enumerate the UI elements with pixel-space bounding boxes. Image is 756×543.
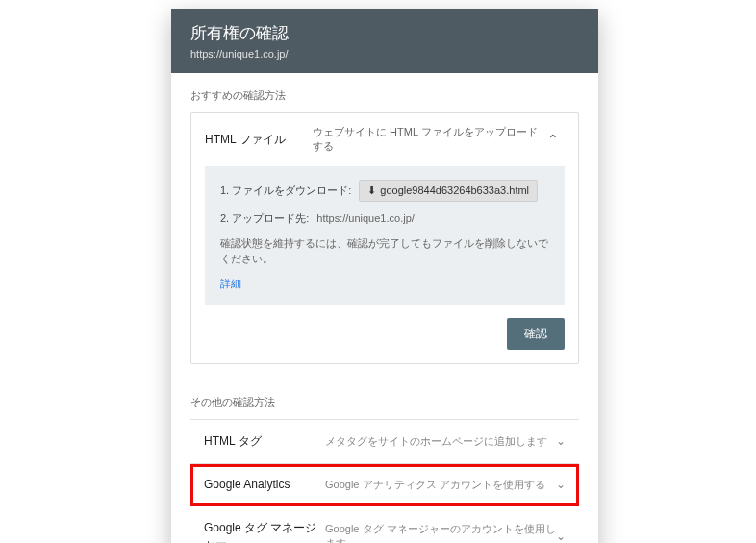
- other-methods-label: その他の確認方法: [171, 380, 598, 419]
- step1-label: 1. ファイルをダウンロード:: [220, 184, 351, 198]
- upload-url-link[interactable]: https://unique1.co.jp/: [316, 212, 415, 224]
- chevron-up-icon[interactable]: ⌃: [542, 132, 565, 147]
- download-filename: google9844d63264b633a3.html: [380, 185, 529, 196]
- step-1: 1. ファイルをダウンロード: ⬇ google9844d63264b633a3…: [220, 180, 549, 202]
- method-desc: ウェブサイトに HTML ファイルをアップロードする: [313, 125, 542, 155]
- download-icon: ⬇: [367, 185, 376, 197]
- method-title: HTML ファイル: [205, 132, 313, 148]
- other-methods-list: HTML タグメタタグをサイトのホームページに追加します⌄Google Anal…: [190, 419, 579, 543]
- method-body: 1. ファイルをダウンロード: ⬇ google9844d63264b633a3…: [205, 166, 565, 305]
- detail-link[interactable]: 詳細: [220, 277, 549, 291]
- other-method-desc: Google アナリティクス アカウントを使用する: [325, 478, 556, 492]
- download-button[interactable]: ⬇ google9844d63264b633a3.html: [359, 180, 538, 202]
- other-method-title: HTML タグ: [204, 433, 325, 450]
- html-file-method-card: HTML ファイル ウェブサイトに HTML ファイルをアップロードする ⌃ 1…: [190, 112, 579, 364]
- dialog-header: 所有権の確認 https://unique1.co.jp/: [171, 9, 598, 73]
- other-method-desc: メタタグをサイトのホームページに追加します: [325, 434, 556, 449]
- other-method-desc: Google タグ マネージャーのアカウントを使用します: [325, 522, 556, 543]
- other-method-row[interactable]: HTML タグメタタグをサイトのホームページに追加します⌄: [190, 420, 579, 464]
- chevron-down-icon[interactable]: ⌄: [556, 434, 566, 448]
- dialog-title: 所有権の確認: [190, 22, 579, 44]
- note-text: 確認状態を維持するには、確認が完了してもファイルを削除しないでください。: [220, 235, 549, 267]
- other-method-title: Google タグ マネージャー: [204, 520, 325, 543]
- method-header[interactable]: HTML ファイル ウェブサイトに HTML ファイルをアップロードする ⌃: [191, 113, 578, 166]
- verify-ownership-dialog: 所有権の確認 https://unique1.co.jp/ おすすめの確認方法 …: [171, 9, 598, 543]
- chevron-down-icon[interactable]: ⌄: [556, 478, 566, 491]
- step2-label: 2. アップロード先:: [220, 211, 309, 226]
- verify-button[interactable]: 確認: [507, 318, 565, 350]
- chevron-down-icon[interactable]: ⌄: [556, 530, 566, 543]
- step-2: 2. アップロード先: https://unique1.co.jp/: [220, 211, 549, 226]
- recommended-label: おすすめの確認方法: [171, 73, 598, 112]
- dialog-url: https://unique1.co.jp/: [190, 48, 579, 60]
- verify-row: 確認: [191, 318, 578, 363]
- other-method-row[interactable]: Google タグ マネージャーGoogle タグ マネージャーのアカウントを使…: [190, 506, 579, 543]
- other-method-row[interactable]: Google AnalyticsGoogle アナリティクス アカウントを使用す…: [190, 464, 579, 506]
- other-method-title: Google Analytics: [204, 478, 325, 491]
